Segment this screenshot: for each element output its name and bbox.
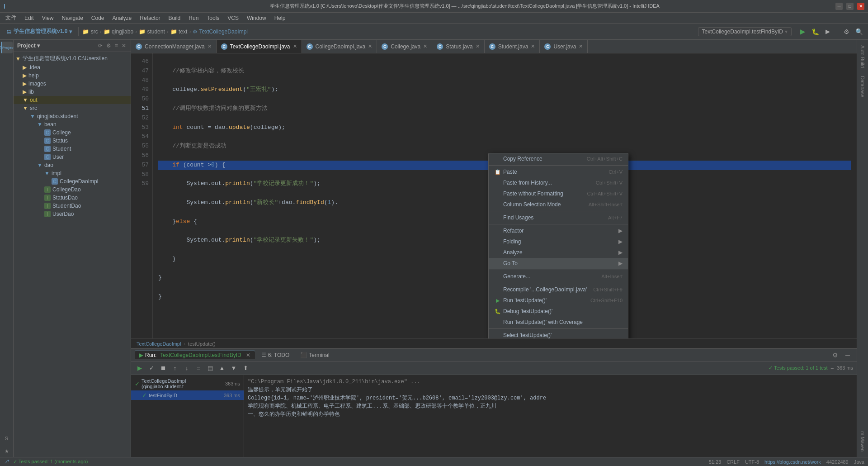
debug-button[interactable]: 🐛: [810, 26, 821, 37]
tree-item-userdao[interactable]: I UserDao: [14, 210, 131, 218]
ctx-paste-no-format[interactable]: Paste without Formatting Ctrl+Alt+Shift+…: [489, 188, 628, 199]
breadcrumb-src[interactable]: 📁 src: [82, 29, 98, 35]
maven-tab[interactable]: m Maven: [858, 428, 867, 455]
tree-item-images[interactable]: ▶ images: [14, 80, 131, 88]
ctx-find-usages[interactable]: Find Usages Alt+F7: [489, 212, 628, 223]
tree-item-lib[interactable]: ▶ lib: [14, 88, 131, 96]
ctx-run-testupdate[interactable]: ▶Run 'testUpdate()' Ctrl+Shift+F10: [489, 295, 628, 306]
tree-item-status[interactable]: C Status: [14, 137, 131, 145]
tab-close-tcd[interactable]: ✕: [293, 43, 297, 49]
ctx-refactor[interactable]: Refactor ▶: [489, 225, 628, 236]
menu-vcs[interactable]: VCS: [224, 14, 242, 22]
tab-user[interactable]: C User.java ✕: [540, 40, 588, 53]
ctx-run-coverage[interactable]: Run 'testUpdate()' with Coverage: [489, 317, 628, 328]
project-button[interactable]: 🗂 学生信息管理系统v1.0 ▾: [4, 26, 75, 37]
menu-refactor[interactable]: Refactor: [136, 14, 164, 22]
panel-sync-icon[interactable]: ⟳: [97, 42, 104, 50]
up-button[interactable]: ▲: [217, 363, 227, 373]
project-icon[interactable]: 1Project: [1, 42, 13, 53]
ctx-recompile[interactable]: Recompile '...CollegeDaoImpl.java' Ctrl+…: [489, 284, 628, 295]
structure-icon[interactable]: S: [1, 433, 13, 444]
run-tab-close[interactable]: ✕: [246, 352, 250, 358]
rerun-button[interactable]: ▶: [135, 363, 145, 373]
breadcrumb-student[interactable]: 📁 student: [139, 29, 165, 35]
ctx-generate[interactable]: Generate... Alt+Insert: [489, 271, 628, 282]
ctx-analyze[interactable]: Analyze ▶: [489, 247, 628, 258]
search-everywhere-button[interactable]: 🔍: [854, 26, 864, 37]
database-tab[interactable]: Database: [858, 72, 867, 101]
maximize-button[interactable]: □: [846, 3, 854, 10]
menu-tools[interactable]: Tools: [203, 14, 223, 22]
ctx-debug-testupdate[interactable]: 🐛Debug 'testUpdate()': [489, 306, 628, 317]
favorites-icon[interactable]: ★: [1, 445, 13, 457]
tree-item-user[interactable]: C User: [14, 153, 131, 161]
ctx-select-testupdate[interactable]: Select 'testUpdate()': [489, 330, 628, 338]
ctx-folding[interactable]: Folding ▶: [489, 236, 628, 247]
tab-close-co[interactable]: ✕: [423, 43, 427, 49]
export-button[interactable]: ⬆: [241, 363, 250, 373]
tree-item-idea[interactable]: ▶ .idea: [14, 63, 131, 71]
breadcrumb-text[interactable]: 📁 text: [170, 29, 188, 35]
tab-collegedaoimpl[interactable]: C CollegeDaoImpl.java ✕: [302, 40, 377, 53]
tree-root[interactable]: ▼ 学生信息管理系统v1.0 C:\Users\len: [14, 54, 131, 63]
stop-button[interactable]: ⏹: [158, 363, 168, 373]
breadcrumb-qingjiabo[interactable]: 📁 qingjiabo: [104, 29, 133, 35]
tree-item-src[interactable]: ▼ src: [14, 104, 131, 112]
menu-view[interactable]: View: [38, 14, 57, 22]
menu-edit[interactable]: Edit: [21, 14, 38, 22]
tree-item-impl[interactable]: ▼ impl: [14, 169, 131, 177]
tab-status[interactable]: C Status.java ✕: [432, 40, 484, 53]
tab-college[interactable]: C College.java ✕: [377, 40, 432, 53]
tab-close-cm[interactable]: ✕: [208, 43, 212, 49]
coverage-button[interactable]: ▶: [822, 26, 833, 37]
ctx-paste[interactable]: 📋Paste Ctrl+V: [489, 166, 628, 177]
ctx-goto[interactable]: Go To ▶: [489, 258, 628, 269]
ctx-copy-reference[interactable]: Copy Reference Ctrl+Alt+Shift+C: [489, 153, 628, 164]
tree-item-studentdao[interactable]: I StudentDao: [14, 202, 131, 210]
tree-item-student[interactable]: C Student: [14, 145, 131, 153]
next-fail-button[interactable]: ↓: [182, 363, 192, 373]
panel-close-icon[interactable]: ✕: [121, 42, 127, 50]
menu-window[interactable]: Window: [243, 14, 270, 22]
menu-run[interactable]: Run: [185, 14, 202, 22]
code-editor[interactable]: 46 47 48 49 50 51 52 53 54 55 56 57 58 5…: [131, 53, 857, 338]
tree-item-collegedaoimpl[interactable]: C CollegeDaoImpl: [14, 177, 131, 185]
tab-student[interactable]: C Student.java ✕: [485, 40, 540, 53]
panel-close-btn[interactable]: ─: [842, 350, 853, 361]
tree-item-bean[interactable]: ▼ bean: [14, 120, 131, 128]
tab-connectionmanager[interactable]: C ConnectionManager.java ✕: [131, 40, 217, 53]
ctx-paste-history[interactable]: Paste from History... Ctrl+Shift+V: [489, 177, 628, 188]
tree-item-statusdao[interactable]: I StatusDao: [14, 194, 131, 202]
tree-item-college[interactable]: C College: [14, 128, 131, 137]
breadcrumb-method[interactable]: testUpdate(): [188, 341, 216, 347]
tree-item-qingjiabo[interactable]: ▼ qingjiabo.student: [14, 112, 131, 120]
panel-settings-btn[interactable]: ⚙: [830, 350, 840, 361]
breadcrumb-class[interactable]: TextCollegeDaoImpl: [137, 341, 181, 347]
panel-expand-icon[interactable]: ≡: [114, 42, 119, 50]
tree-item-out[interactable]: ▼ out: [14, 96, 131, 104]
tab-run[interactable]: ▶ Run: TextCollegeDaoImpl.testFindByID ✕: [135, 351, 255, 359]
tab-todo[interactable]: ☰ 6: TODO: [257, 351, 294, 359]
run-button[interactable]: ▶: [797, 26, 808, 37]
menu-code[interactable]: Code: [88, 14, 108, 22]
down-button[interactable]: ▼: [229, 363, 239, 373]
close-button[interactable]: ✕: [857, 3, 864, 10]
tab-close-st[interactable]: ✕: [476, 43, 480, 49]
menu-file[interactable]: 文件: [2, 13, 20, 23]
run-tree-root[interactable]: ✓ TextCollegeDaoImpl (qingjiabo.student.…: [131, 377, 244, 390]
tab-close-usr[interactable]: ✕: [579, 43, 583, 49]
menu-navigate[interactable]: Navigate: [58, 14, 86, 22]
auto-build-tab[interactable]: Auto Build: [858, 42, 867, 71]
tab-close-stu[interactable]: ✕: [531, 43, 535, 49]
settings-button[interactable]: ⚙: [841, 26, 852, 37]
panel-settings-icon[interactable]: ⚙: [105, 42, 112, 50]
tab-close-cdi[interactable]: ✕: [368, 43, 372, 49]
tree-item-help[interactable]: ▶ help: [14, 71, 131, 80]
run-tree-method[interactable]: ✓ testFindByID 363 ms: [131, 390, 244, 400]
prev-fail-button[interactable]: ↑: [170, 363, 180, 373]
tree-item-collegedao[interactable]: I CollegeDao: [14, 185, 131, 194]
tab-terminal[interactable]: ⬛ Terminal: [296, 351, 334, 359]
filter-button[interactable]: ▤: [205, 363, 215, 373]
tree-item-dao[interactable]: ▼ dao: [14, 161, 131, 169]
ctx-column-mode[interactable]: Column Selection Mode Alt+Shift+Insert: [489, 199, 628, 210]
